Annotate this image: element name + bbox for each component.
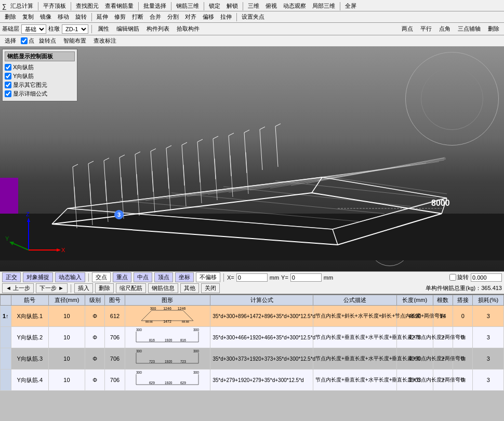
cell-loss: 3 [473, 348, 504, 370]
toolbar-row2: 删除 复制 镜像 移动 旋转 延伸 修剪 打断 合并 分割 对齐 偏移 拉伸 设… [0, 11, 504, 23]
rebar-info-btn[interactable]: 钢筋信息 [148, 283, 178, 293]
ortho-btn[interactable]: 正交 [2, 272, 21, 282]
extend-btn[interactable]: 延伸 [94, 12, 111, 22]
cell-name: Y向纵筋.4 [11, 370, 48, 391]
dynamic-input-btn[interactable]: 动态输入 [55, 272, 85, 282]
sep8 [91, 13, 92, 21]
midpoint-btn[interactable]: 重点 [113, 272, 131, 282]
check-annotation-btn[interactable]: 查改标注 [91, 36, 119, 46]
no-offset-btn[interactable]: 不偏移 [196, 272, 220, 282]
y-input[interactable] [290, 273, 322, 282]
insert-btn[interactable]: 插入 [74, 283, 93, 293]
table-row[interactable]: 1↑ X向纵筋.1 10 Φ 612 300 1246 1246 88.66 1… [1, 306, 504, 327]
col-loss: 损耗(%) [473, 295, 504, 306]
unlock-btn[interactable]: 解锁 [224, 1, 241, 11]
delete-btn[interactable]: 删除 [2, 12, 19, 22]
select-btn[interactable]: 选择 [2, 36, 19, 46]
three-point-axis-btn[interactable]: 三点辅轴 [455, 24, 483, 34]
center-btn[interactable]: 中点 [134, 272, 152, 282]
rotate-input[interactable] [471, 273, 502, 282]
offset-btn[interactable]: 偏移 [200, 12, 217, 22]
component-list-btn[interactable]: 构件列表 [144, 24, 172, 34]
point-checkbox[interactable] [21, 37, 28, 44]
view-rebar-btn[interactable]: 查看钢筋量 [102, 1, 136, 11]
table-row[interactable]: Y向纵筋.3 10 Φ 706 300 723 1920 723 300 35*… [1, 348, 504, 370]
svg-line-52 [244, 130, 249, 133]
dynamic-view-btn[interactable]: 动态观察 [281, 1, 309, 11]
snap-btn[interactable]: 对象捕捉 [23, 272, 53, 282]
close-btn[interactable]: 关闭 [201, 283, 220, 293]
axis-delete-btn[interactable]: 删除 [485, 24, 502, 34]
x-input[interactable] [236, 273, 268, 282]
find-element-btn[interactable]: 查找图元 [73, 1, 101, 11]
table-row[interactable]: Y向纵筋.4 10 Φ 706 300 629 1920 629 300 35*… [1, 370, 504, 391]
others-btn[interactable]: 其他 [180, 283, 199, 293]
parallel-btn[interactable]: 平行 [418, 24, 434, 34]
next-step-btn[interactable]: 下一步 ► [36, 283, 68, 293]
cell-diameter: 10 [48, 370, 85, 391]
layer-select[interactable]: 基础 [21, 24, 46, 34]
cell-rownum: 1↑ [1, 306, 11, 327]
split-btn[interactable]: 分割 [165, 12, 181, 22]
setpoint-btn[interactable]: 设置夹点 [239, 12, 267, 22]
trim-btn[interactable]: 修剪 [112, 12, 128, 22]
sep9 [236, 13, 237, 21]
point-angle-btn[interactable]: 点角 [436, 24, 453, 34]
scale-rebar-btn[interactable]: 缩尺配筋 [116, 283, 146, 293]
sep2 [71, 2, 71, 10]
table-row[interactable]: Y向纵筋.2 10 Φ 706 300 816 1920 816 300 35*… [1, 327, 504, 348]
rotate-btn[interactable]: 旋转 [73, 12, 89, 22]
batch-select-btn[interactable]: 批量选择 [141, 1, 169, 11]
merge-btn[interactable]: 合并 [147, 12, 164, 22]
local-3d-btn[interactable]: 局部三维 [310, 1, 338, 11]
svg-line-53 [260, 127, 265, 129]
svg-line-33 [166, 148, 169, 189]
sep4 [171, 2, 171, 10]
edit-rebar-btn[interactable]: 编辑钢筋 [114, 24, 142, 34]
viewport-3d[interactable]: 8000 Z X Y 3 钢筋显示控制面板 X向纵筋 [0, 47, 504, 271]
show-other-checkbox[interactable] [5, 82, 11, 88]
prev-step-btn[interactable]: ◄ 上一步 [2, 283, 34, 293]
component-select[interactable]: ZD-1 [62, 24, 88, 34]
break-btn[interactable]: 打断 [129, 12, 146, 22]
rebar-3d-btn[interactable]: 钢筋三维 [174, 1, 202, 11]
property-btn[interactable]: 属性 [95, 24, 112, 34]
svg-text:300: 300 [150, 307, 156, 310]
copy-btn[interactable]: 复制 [20, 12, 36, 22]
coord-btn[interactable]: 坐标 [175, 272, 194, 282]
col-formula: 计算公式 [210, 295, 313, 306]
show-formula-checkbox[interactable] [5, 90, 11, 97]
svg-line-19 [307, 158, 444, 183]
3d-btn[interactable]: 三维 [245, 1, 262, 11]
pick-component-btn[interactable]: 拾取构件 [174, 24, 202, 34]
svg-text:Y: Y [5, 235, 9, 242]
two-point-btn[interactable]: 两点 [399, 24, 416, 34]
rotate-point-btn[interactable]: 旋转点 [36, 36, 59, 46]
show-other-checkbox-row: 显示其它图元 [5, 81, 75, 89]
y-rebar-checkbox[interactable] [5, 73, 11, 80]
fullscreen-btn[interactable]: 全屏 [342, 1, 359, 11]
svg-line-65 [230, 155, 233, 197]
intersect-btn[interactable]: 交点 [92, 272, 111, 282]
rotate-checkbox[interactable] [449, 274, 456, 281]
lock-btn[interactable]: 锁定 [206, 1, 223, 11]
sum-icon: ∑ [2, 3, 7, 10]
svg-text:8000: 8000 [431, 199, 450, 207]
rebar-toolbar: ◄ 上一步 下一步 ► 插入 删除 缩尺配筋 钢筋信息 其他 关闭 单构件钢筋总… [0, 283, 504, 294]
calc-btn[interactable]: 汇总计算 [8, 1, 36, 11]
svg-text:88.66: 88.66 [146, 320, 153, 323]
mirror-btn[interactable]: 镜像 [37, 12, 54, 22]
top-view-btn[interactable]: 俯视 [263, 1, 280, 11]
rebar-delete-btn[interactable]: 删除 [95, 283, 114, 293]
sep-rebar [71, 284, 71, 293]
svg-line-43 [104, 158, 109, 161]
align-top-btn[interactable]: 平齐顶板 [41, 1, 69, 11]
align-btn[interactable]: 对齐 [182, 12, 199, 22]
smart-layout-btn[interactable]: 智能布置 [61, 36, 89, 46]
stretch-btn[interactable]: 拉伸 [218, 12, 234, 22]
x-rebar-checkbox[interactable] [5, 64, 11, 71]
vertex-btn[interactable]: 顶点 [154, 272, 173, 282]
cell-figure: 300 629 1920 629 300 [125, 370, 210, 391]
move-btn[interactable]: 移动 [55, 12, 72, 22]
svg-text:300: 300 [136, 328, 142, 332]
